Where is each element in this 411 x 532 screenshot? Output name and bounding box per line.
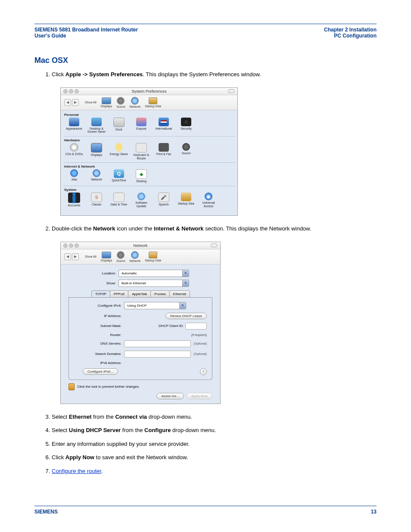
pref-startup-disk[interactable]: Startup Disk [175,193,197,208]
toolbar-toggle-icon[interactable] [228,89,235,93]
client-id-input[interactable] [185,323,207,330]
globe-icon [93,169,100,177]
page-header: SIEMENS 5881 Broadband Internet Router U… [34,27,377,39]
pref-appearance[interactable]: Appearance [63,118,85,134]
steps-list-a: Click Apple -> System Preferences. This … [52,70,377,79]
step-5: Enter any information supplied by your s… [52,440,377,448]
tab-ethernet[interactable]: Ethernet [169,290,190,297]
forward-button[interactable]: ▶ [72,99,79,106]
show-all-button[interactable]: Show All [85,101,97,104]
keyboard-mouse-icon [136,143,147,152]
pref-security[interactable]: ⌂Security [175,118,197,134]
step-6: Click Apply Now to save and exit the Net… [52,453,377,462]
pref-displays[interactable]: Displays [86,143,107,160]
pref-energy[interactable]: Energy Saver [108,143,130,160]
back-button[interactable]: ◀ [64,99,71,106]
pref-quicktime[interactable]: QQuickTime [108,169,130,183]
appearance-icon [69,118,79,126]
toolbar-sound-button[interactable]: Sound [116,97,125,108]
pref-dotmac[interactable]: .Mac [63,169,85,183]
pref-international[interactable]: International [153,118,174,134]
dns-input[interactable] [124,340,191,347]
security-icon: ⌂ [181,118,191,126]
sound-icon [117,251,125,259]
optional-note: (Optional) [193,342,207,345]
toolbar-displays-button[interactable]: Displays [101,252,112,262]
pref-desktop[interactable]: Desktop & Screen Saver [86,118,107,134]
toolbar-startup-button[interactable]: Startup Disk [145,252,161,262]
tab-proxies[interactable]: Proxies [150,290,170,297]
location-label: Location: [68,271,118,275]
startup-disk-icon [181,193,191,201]
sharing-icon: ◆ [136,169,147,179]
chapter: Chapter 2 Installation [324,27,377,33]
tab-pppoe[interactable]: PPPoE [110,290,129,297]
product-title: SIEMENS 5881 Broadband Internet Router [34,27,138,33]
toolbar-network-button[interactable]: Network [130,97,141,108]
pref-classic[interactable]: 9Classic [86,193,107,208]
toolbar-displays-button[interactable]: Displays [101,97,112,108]
pref-keyboard-mouse[interactable]: Keyboard & Mouse [131,143,152,160]
pref-universal-access[interactable]: ◉Universal Access [198,193,219,208]
optional-note: (Optional) [193,352,207,355]
printer-icon [159,143,169,152]
help-button[interactable]: ? [200,368,207,375]
window-title: System Preferences [61,89,237,93]
tab-tcpip[interactable]: TCP/IP [91,290,110,297]
window-titlebar: System Preferences [61,88,237,95]
pref-sharing[interactable]: ◆Sharing [131,169,152,183]
international-icon [159,118,169,126]
pref-accounts[interactable]: 👤👤Accounts [63,193,85,208]
window-toolbar: ◀ ▶ Show All Displays Sound Network Star… [61,249,220,264]
step-1: Click Apple -> System Preferences. This … [52,70,377,79]
toolbar-startup-button[interactable]: Startup Disk [145,97,161,108]
pref-software-update[interactable]: Software Update [131,193,152,208]
startup-disk-icon [149,97,157,104]
toolbar-toggle-icon[interactable] [211,243,218,247]
pref-print-fax[interactable]: Print & Fax [153,143,174,160]
configure-label: Configure IPv4: [74,304,124,308]
section-title: Mac OSX [34,56,377,65]
configure-router-link[interactable]: Configure the router [52,468,101,474]
lock-icon[interactable] [68,383,75,390]
client-id-label: DHCP Client ID: [145,324,184,328]
configure-ipv6-button[interactable]: Configure IPv6... [83,368,118,375]
category-personal: Personal [64,113,235,117]
dotmac-icon [70,169,78,177]
network-icon [131,97,139,105]
pref-expose[interactable]: Exposé [131,118,152,134]
category-internet-network: Internet & Network [64,165,235,168]
back-button[interactable]: ◀ [64,253,71,260]
toolbar-network-button[interactable]: Network [130,251,141,262]
renew-dhcp-button[interactable]: Renew DHCP Lease [165,313,207,319]
search-label: Search Domains: [74,352,124,356]
system-preferences-window: System Preferences ◀ ▶ Show All Displays… [60,87,238,216]
step-2: Double-click the Network icon under the … [52,224,377,233]
disc-icon [70,143,78,152]
step-4: Select Using DHCP Server from the Config… [52,426,377,435]
show-select[interactable]: Built-in Ethernet ⇅ [118,280,189,287]
speaker-icon [182,143,190,151]
pref-dock[interactable]: Dock [108,118,130,134]
doc-type: User's Guide [34,33,138,39]
router-label: Router: [74,333,124,337]
apply-now-button[interactable]: Apply Now [187,393,212,399]
ipv6-label: IPv6 Address: [74,361,124,365]
pref-network[interactable]: Network [86,169,107,183]
forward-button[interactable]: ▶ [72,253,79,260]
category-hardware: Hardware [64,138,235,142]
pref-date-time[interactable]: Date & Time [108,193,130,208]
pref-sound[interactable]: Sound [175,143,197,160]
pref-cds[interactable]: CDs & DVDs [63,143,85,160]
dropdown-arrows-icon: ⇅ [182,280,189,286]
configure-select[interactable]: Using DHCP ⇅ [124,302,186,309]
toolbar-sound-button[interactable]: Sound [116,251,125,262]
pref-speech[interactable]: 🎤Speech [153,193,174,208]
page-number: 13 [371,509,377,515]
assist-me-button[interactable]: Assist me... [156,393,184,399]
location-select[interactable]: Automatic ⇅ [118,270,189,277]
search-domains-input[interactable] [124,351,191,358]
tab-appletalk[interactable]: AppleTalk [128,290,151,297]
desktop-icon [91,118,102,126]
show-all-button[interactable]: Show All [85,255,97,258]
